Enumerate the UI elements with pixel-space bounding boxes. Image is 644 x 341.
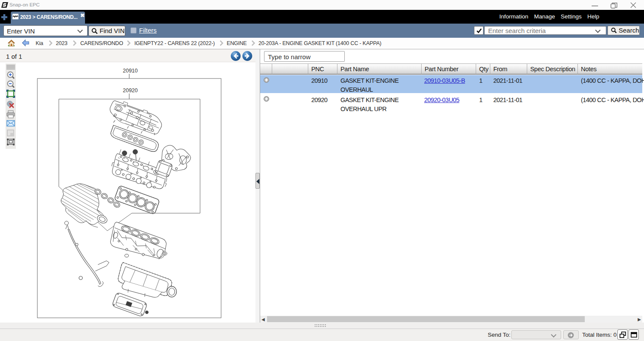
svg-text:20920: 20920 — [123, 88, 138, 94]
svg-text:20910: 20910 — [123, 68, 138, 74]
